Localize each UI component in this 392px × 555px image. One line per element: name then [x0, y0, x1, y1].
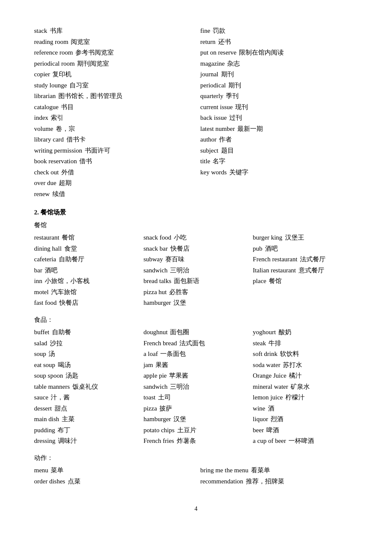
term-chinese: 餐馆: [269, 276, 282, 287]
term-english: snack bar: [144, 243, 168, 254]
term-chinese: 自助餐: [52, 327, 71, 338]
term-chinese: 图书馆长，图书管理员: [58, 91, 122, 102]
term-row: key words关键字: [200, 167, 358, 178]
term-chinese: 汉堡: [173, 414, 186, 425]
term-english: bring me the menu: [200, 465, 248, 476]
term-chinese: 三明治: [170, 382, 189, 393]
term-chinese: 季刊: [226, 91, 239, 102]
food-col-mid: doughnut面包圈French bread法式面包a loaf一条面包jam…: [144, 327, 249, 447]
term-chinese: 调味汁: [58, 436, 77, 447]
term-chinese: 披萨: [159, 403, 172, 414]
food-col-right: yoghourt酸奶steak牛排soft drink软饮料soda water…: [253, 327, 358, 447]
term-chinese: 一条面包: [160, 349, 186, 360]
term-chinese: 书面许可: [85, 145, 110, 156]
term-row: pub酒吧: [253, 243, 358, 254]
term-english: writing permission: [34, 145, 82, 156]
term-english: librarian: [34, 91, 56, 102]
term-row: burger king汉堡王: [253, 232, 358, 243]
term-row: dessert甜点: [34, 403, 139, 414]
term-chinese: 小旅馆，小客栈: [45, 276, 89, 287]
action-col-right: bring me the menu看菜单recommendation推荐，招牌菜: [200, 465, 358, 487]
term-row: author作者: [200, 134, 358, 145]
term-english: apple pie: [144, 370, 167, 382]
term-row: soda water苏打水: [253, 360, 358, 371]
term-english: return: [200, 37, 216, 48]
term-chinese: 期刊: [228, 80, 241, 91]
term-row: copier复印机: [34, 69, 192, 80]
term-row: sauce汁，酱: [34, 392, 139, 403]
term-english: dessert: [34, 403, 52, 414]
term-row: apple pie苹果酱: [144, 370, 249, 382]
term-english: soup spoon: [34, 370, 63, 382]
term-row: put on reserve限制在馆内阅读: [200, 47, 358, 58]
term-chinese: 汉堡: [173, 298, 186, 309]
term-english: place: [253, 276, 266, 287]
term-english: pudding: [34, 425, 55, 436]
term-chinese: 酸奶: [279, 327, 291, 338]
places-three-col: restaurant餐馆dining hall食堂cafeteria自助餐厅ba…: [34, 232, 358, 309]
term-chinese: 赛百味: [165, 254, 184, 265]
term-row: snack bar快餐店: [144, 243, 249, 254]
term-english: cafeteria: [34, 254, 56, 265]
term-row: quarterly季刊: [200, 91, 358, 102]
term-row: jam果酱: [144, 360, 249, 371]
term-english: main dish: [34, 414, 59, 425]
term-row: soft drink软饮料: [253, 349, 358, 360]
term-row: periodical room期刊阅览室: [34, 58, 192, 69]
library-section: stack书库reading room阅览室reference room参考书阅…: [34, 26, 358, 199]
term-english: reference room: [34, 47, 73, 58]
action-two-col: menu菜单order dishes点菜bring me the menu看菜单…: [34, 465, 358, 487]
term-chinese: 餐馆: [62, 232, 75, 243]
term-chinese: 最新一期: [237, 124, 263, 135]
term-row: place餐馆: [253, 276, 358, 287]
term-chinese: 参考书阅览室: [75, 47, 114, 58]
term-english: title: [200, 156, 210, 167]
term-chinese: 矿泉水: [291, 382, 310, 393]
term-english: quarterly: [200, 91, 223, 102]
term-row: yoghourt酸奶: [253, 327, 358, 338]
term-row: bar酒吧: [34, 265, 139, 276]
term-chinese: 主菜: [62, 414, 75, 425]
term-english: library card: [34, 134, 64, 145]
term-chinese: 柠檬汁: [285, 392, 305, 403]
term-row: reading room阅览室: [34, 37, 192, 48]
term-chinese: 杂志: [227, 58, 240, 69]
term-chinese: 汤匙: [66, 370, 78, 382]
term-row: dining hall食堂: [34, 243, 139, 254]
term-english: subject: [200, 145, 219, 156]
term-chinese: 外借: [61, 167, 74, 178]
term-chinese: 借书卡: [66, 134, 86, 145]
term-row: main dish主菜: [34, 414, 139, 425]
term-english: table manners: [34, 382, 70, 393]
term-chinese: 汉堡王: [285, 232, 304, 243]
term-english: bread talks: [144, 276, 171, 287]
term-row: mineral water矿泉水: [253, 382, 358, 393]
term-chinese: 汁，酱: [51, 392, 70, 403]
term-english: inn: [34, 276, 42, 287]
term-chinese: 罚款: [213, 26, 225, 37]
term-english: index: [34, 113, 48, 124]
term-row: motel汽车旅馆: [34, 287, 139, 298]
term-english: periodical room: [34, 58, 75, 69]
term-row: renew续借: [34, 189, 192, 200]
term-row: pizza hut必胜客: [144, 287, 249, 298]
term-row: soup spoon汤匙: [34, 370, 139, 382]
term-chinese: 土豆片: [177, 425, 196, 436]
term-row: title名字: [200, 156, 358, 167]
term-english: hamburger: [144, 298, 171, 309]
term-english: renew: [34, 189, 50, 200]
term-english: beer: [253, 425, 264, 436]
term-english: sandwich: [144, 265, 168, 276]
section2-intro: 餐馆: [34, 220, 358, 231]
term-chinese: 沙拉: [50, 338, 63, 349]
term-chinese: 酒吧: [45, 265, 58, 276]
term-english: Orange Juice: [253, 370, 286, 382]
food-three-col: buffet自助餐salad沙拉soup汤eat soup喝汤soup spoo…: [34, 327, 358, 447]
term-row: dressing调味汁: [34, 436, 139, 447]
term-row: Orange Juice橘汁: [253, 370, 358, 382]
term-chinese: 复印机: [52, 69, 72, 80]
term-chinese: 索引: [51, 113, 63, 124]
term-chinese: 借书: [79, 156, 92, 167]
term-chinese: 期刊阅览室: [77, 58, 109, 69]
term-chinese: 推荐，招牌菜: [246, 476, 284, 487]
